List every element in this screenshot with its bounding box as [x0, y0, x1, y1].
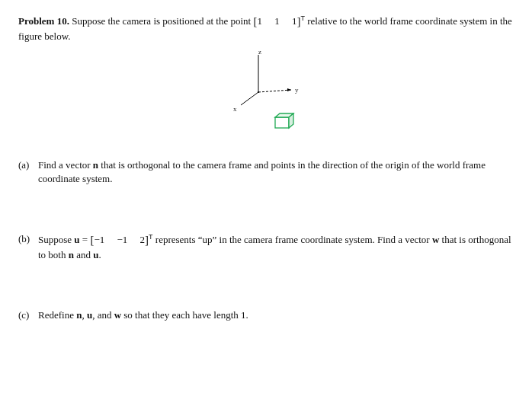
camera-icon: [274, 113, 293, 128]
problem-statement: Problem 10. Suppose the camera is positi…: [18, 14, 514, 43]
figure-area: z y x: [18, 50, 514, 149]
vector-w: w: [432, 235, 439, 246]
svg-rect-5: [275, 117, 289, 128]
axis-label-y: y: [295, 85, 299, 94]
part-a: (a) Find a vector n that is orthogonal t…: [18, 158, 514, 185]
equals-sign: =: [80, 235, 91, 246]
svg-marker-2: [287, 88, 291, 91]
part-c-text-1: Redefine: [38, 309, 76, 321]
svg-line-3: [241, 92, 258, 105]
comma-and: , and: [92, 309, 114, 321]
figure-inner: z y x: [232, 50, 338, 149]
vector-n: n: [93, 159, 98, 171]
part-c-body: Redefine n, u, and w so that they each h…: [38, 308, 514, 322]
part-b: (b) Suppose u = [−1 −1 2]T represents “u…: [18, 232, 514, 261]
part-c-label: (c): [18, 308, 38, 322]
problem-label: Problem 10.: [18, 15, 69, 27]
axis-label-x: x: [233, 104, 237, 113]
and-text: and: [74, 249, 93, 260]
axes-svg: [232, 50, 338, 149]
svg-line-1: [258, 90, 291, 92]
vector-values: 1 1 1: [257, 15, 296, 27]
vector-w-c: w: [114, 309, 121, 321]
part-c-text-2: so that they each have length 1.: [121, 309, 248, 321]
part-b-label: (b): [18, 232, 38, 261]
part-b-text-2: represents “up” in the camera frame coor…: [153, 235, 432, 246]
part-c: (c) Redefine n, u, and w so that they ea…: [18, 308, 514, 322]
axis-label-z: z: [258, 47, 261, 56]
svg-point-4: [258, 91, 259, 93]
intro-text-a: Suppose the camera is positioned at the …: [72, 15, 253, 27]
vector-u: u: [74, 235, 79, 246]
part-a-text-2: that is orthogonal to the camera frame a…: [38, 159, 486, 184]
part-a-body: Find a vector n that is orthogonal to th…: [38, 158, 514, 185]
part-b-body: Suppose u = [−1 −1 2]T represents “up” i…: [38, 232, 514, 261]
period-b: .: [98, 249, 101, 260]
part-a-text-1: Find a vector: [38, 159, 93, 171]
part-b-text-1: Suppose: [38, 235, 74, 246]
part-a-label: (a): [18, 158, 38, 185]
transpose-superscript: T: [300, 14, 305, 22]
vector-n-b: n: [69, 249, 74, 260]
vector-values-b: −1 −1 2: [94, 235, 145, 246]
